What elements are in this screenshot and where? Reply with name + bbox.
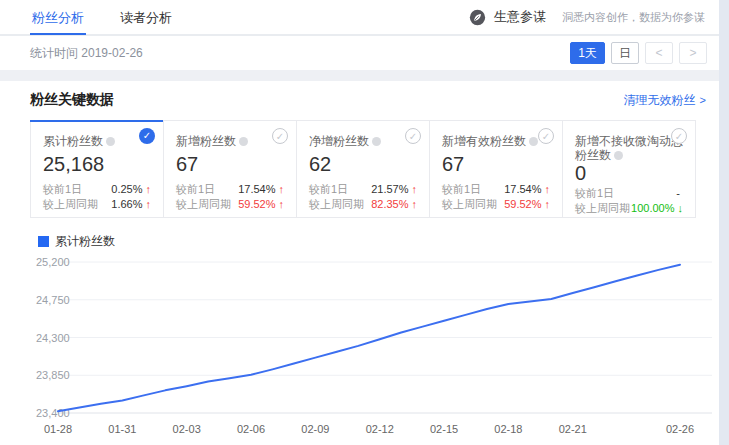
info-icon[interactable] bbox=[239, 137, 248, 146]
trend-arrow-icon: ↑ bbox=[412, 183, 418, 195]
compare-last-week-row: 较上周同期 82.35%↑ bbox=[309, 197, 417, 212]
stat-time-label: 统计时间 bbox=[30, 46, 78, 60]
kpi-value: 25,168 bbox=[43, 152, 151, 176]
svg-text:01-28: 01-28 bbox=[44, 423, 72, 435]
tab-fans-analysis[interactable]: 粉丝分析 bbox=[30, 0, 86, 35]
compare-prev-day-row: 较前1日 0.25%↑ bbox=[43, 182, 151, 197]
svg-text:02-26: 02-26 bbox=[666, 423, 694, 435]
kpi-card-net-new-fans[interactable]: ✓ 净增粉丝数 62 较前1日 21.57%↑ 较上周同期 82.35%↑ bbox=[296, 120, 430, 218]
svg-text:02-06: 02-06 bbox=[237, 423, 265, 435]
legend-item-cumulative-fans[interactable]: 累计粉丝数 bbox=[38, 234, 719, 248]
divider-strip bbox=[0, 70, 719, 81]
kpi-title: 新增有效粉丝数 bbox=[442, 134, 550, 149]
unit-day-button[interactable]: 日 bbox=[611, 42, 639, 64]
legend-label: 累计粉丝数 bbox=[55, 233, 115, 250]
compare-prev-day-row: 较前1日 - bbox=[575, 186, 683, 201]
svg-text:02-03: 02-03 bbox=[173, 423, 201, 435]
section-title: 粉丝关键数据 bbox=[30, 91, 114, 109]
info-icon[interactable] bbox=[106, 137, 115, 146]
kpi-value: 62 bbox=[309, 152, 417, 176]
kpi-value: 67 bbox=[176, 152, 284, 176]
compare-prev-day-row: 较前1日 21.57%↑ bbox=[309, 182, 417, 197]
brand-slogan: 洞悉内容创作，数据为你参谋 bbox=[562, 10, 705, 25]
cumulative-fans-line-chart: 23,40023,85024,30024,75025,20001-2801-31… bbox=[0, 250, 719, 445]
card-check-icon[interactable]: ✓ bbox=[671, 128, 687, 144]
trend-arrow-icon: ↓ bbox=[678, 202, 684, 214]
svg-text:23,400: 23,400 bbox=[36, 407, 70, 419]
info-icon[interactable] bbox=[529, 137, 538, 146]
date-bar: 统计时间 2019-02-26 1天 日 < > bbox=[0, 36, 719, 70]
svg-text:01-31: 01-31 bbox=[108, 423, 136, 435]
kpi-card-cumulative-fans[interactable]: ✓ 累计粉丝数 25,168 较前1日 0.25%↑ 较上周同期 1.66%↑ bbox=[30, 120, 164, 218]
brand-name: 生意参谋 bbox=[494, 8, 546, 26]
top-tab-bar: 粉丝分析 读者分析 生意参谋 洞悉内容创作，数据为你参谋 bbox=[0, 0, 719, 36]
svg-text:02-09: 02-09 bbox=[301, 423, 329, 435]
kpi-card-new-fans[interactable]: ✓ 新增粉丝数 67 较前1日 17.54%↑ 较上周同期 59.52%↑ bbox=[163, 120, 297, 218]
tab-reader-analysis[interactable]: 读者分析 bbox=[118, 0, 174, 35]
svg-text:24,300: 24,300 bbox=[36, 332, 70, 344]
compare-last-week-row: 较上周同期 59.52%↑ bbox=[176, 197, 284, 212]
svg-text:02-18: 02-18 bbox=[494, 423, 522, 435]
tabs: 粉丝分析 读者分析 bbox=[30, 0, 206, 35]
card-check-icon[interactable]: ✓ bbox=[272, 128, 288, 144]
legend-swatch-icon bbox=[38, 236, 49, 247]
trend-arrow-icon: ↑ bbox=[279, 198, 285, 210]
section-header: 粉丝关键数据 清理无效粉丝> bbox=[0, 88, 719, 112]
svg-text:02-12: 02-12 bbox=[366, 423, 394, 435]
chevron-right-icon: > bbox=[700, 94, 706, 106]
stat-time-date: 2019-02-26 bbox=[81, 46, 142, 60]
kpi-title: 新增粉丝数 bbox=[176, 134, 284, 149]
compare-last-week-row: 较上周同期 59.52%↑ bbox=[442, 197, 550, 212]
card-check-icon[interactable]: ✓ bbox=[538, 128, 554, 144]
date-controls: 1天 日 < > bbox=[570, 42, 707, 64]
kpi-title: 新增不接收微淘动态粉丝数 bbox=[575, 134, 683, 162]
kpi-title: 累计粉丝数 bbox=[43, 134, 151, 149]
info-icon[interactable] bbox=[614, 151, 623, 160]
trend-arrow-icon: ↑ bbox=[545, 183, 551, 195]
compare-last-week-row: 较上周同期 100.00%↓ bbox=[575, 201, 683, 216]
svg-text:02-21: 02-21 bbox=[559, 423, 587, 435]
card-check-icon[interactable]: ✓ bbox=[405, 128, 421, 144]
card-check-icon[interactable]: ✓ bbox=[139, 128, 155, 144]
trend-arrow-icon: ↑ bbox=[279, 183, 285, 195]
compare-prev-day-row: 较前1日 17.54%↑ bbox=[442, 182, 550, 197]
trend-arrow-icon: ↑ bbox=[146, 183, 152, 195]
fans-key-data-panel: 粉丝关键数据 清理无效粉丝> ✓ 累计粉丝数 25,168 较前1日 0.25%… bbox=[0, 81, 719, 445]
prev-date-button[interactable]: < bbox=[645, 42, 673, 64]
info-icon[interactable] bbox=[372, 137, 381, 146]
kpi-card-new-valid-fans[interactable]: ✓ 新增有效粉丝数 67 较前1日 17.54%↑ 较上周同期 59.52%↑ bbox=[429, 120, 563, 218]
kpi-card-new-no-weitao-fans[interactable]: ✓ 新增不接收微淘动态粉丝数 0 较前1日 - 较上周同期 100.00%↓ bbox=[562, 120, 696, 218]
trend-arrow-icon: ↑ bbox=[545, 198, 551, 210]
stat-time: 统计时间 2019-02-26 bbox=[30, 45, 143, 62]
kpi-cards: ✓ 累计粉丝数 25,168 较前1日 0.25%↑ 较上周同期 1.66%↑ … bbox=[30, 120, 706, 218]
fans-analysis-page: 粉丝分析 读者分析 生意参谋 洞悉内容创作，数据为你参谋 统计时间 201 bbox=[0, 0, 729, 445]
brand[interactable]: 生意参谋 洞悉内容创作，数据为你参谋 bbox=[469, 8, 705, 26]
next-date-button[interactable]: > bbox=[679, 42, 707, 64]
scrollbar-track[interactable] bbox=[719, 0, 729, 445]
svg-text:23,850: 23,850 bbox=[36, 369, 70, 381]
compare-last-week-row: 较上周同期 1.66%↑ bbox=[43, 197, 151, 212]
kpi-title: 净增粉丝数 bbox=[309, 134, 417, 149]
trend-arrow-icon: ↑ bbox=[412, 198, 418, 210]
kpi-value: 67 bbox=[442, 152, 550, 176]
compare-prev-day-row: 较前1日 17.54%↑ bbox=[176, 182, 284, 197]
shengyicanmou-logo-icon bbox=[469, 9, 486, 26]
svg-text:24,750: 24,750 bbox=[36, 294, 70, 306]
svg-text:02-15: 02-15 bbox=[430, 423, 458, 435]
svg-text:25,200: 25,200 bbox=[36, 256, 70, 268]
trend-arrow-icon: ↑ bbox=[146, 198, 152, 210]
range-1day-button[interactable]: 1天 bbox=[570, 42, 605, 64]
kpi-value: 0 bbox=[575, 162, 683, 184]
clean-invalid-fans-link[interactable]: 清理无效粉丝> bbox=[624, 92, 706, 109]
